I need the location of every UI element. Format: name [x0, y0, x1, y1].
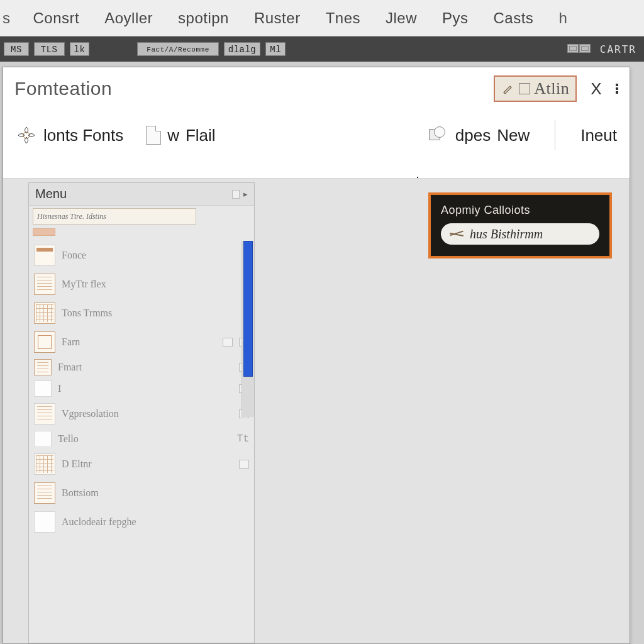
- list-item[interactable]: D Eltnr: [29, 450, 254, 479]
- menu-pys[interactable]: Pys: [436, 7, 475, 30]
- ribbon-fonts-label: lonts Fonts: [43, 126, 123, 145]
- template-thumb-icon: [34, 453, 55, 475]
- atlin-field[interactable]: Atlin: [494, 75, 577, 102]
- ribbon-group-shapes[interactable]: dpes New: [429, 126, 530, 145]
- list-item-label: Fmart: [58, 362, 233, 373]
- type-badge: Tt: [237, 433, 249, 445]
- callout-pill[interactable]: hus Bisthirmm: [441, 223, 599, 245]
- dialog-window: Fomteation Atlin X lonts Fonts: [3, 67, 630, 644]
- menu-panel-header: Menu ▸: [29, 183, 254, 206]
- ribbon-group-fonts[interactable]: lonts Fonts: [16, 125, 123, 146]
- toolbar-cart-button[interactable]: CARTR: [596, 43, 640, 55]
- template-thumb-icon: [34, 274, 55, 295]
- list-scrollbar[interactable]: [242, 241, 254, 417]
- menu-panel-title: Menu: [35, 187, 67, 201]
- list-item[interactable]: Bottsiom: [29, 479, 254, 508]
- list-item-label: Tello: [58, 433, 231, 445]
- template-thumb-icon: [34, 359, 52, 375]
- list-item-label: MyTtr flex: [62, 279, 249, 290]
- ribbon-ineut-label: Ineut: [580, 126, 617, 145]
- ribbon-flail-label: Flail: [186, 126, 216, 145]
- panel-arrow-icon[interactable]: ▸: [243, 189, 248, 199]
- list-item[interactable]: Auclodeair fepghe: [29, 508, 254, 536]
- ribbon-new-label: New: [497, 126, 530, 145]
- template-thumb-icon: [34, 431, 52, 447]
- callout-title: Aopmiy Calloiots: [441, 204, 599, 217]
- toolbar-dlg-button[interactable]: dlalg: [224, 42, 261, 56]
- list-item[interactable]: Tons Trmms: [29, 299, 254, 328]
- panel-search-input[interactable]: [33, 208, 196, 225]
- atlin-text: Atlin: [534, 79, 569, 98]
- dark-toolbar: MS TLS lk Fact/A/Recomme dlalg Ml CARTR: [0, 36, 644, 62]
- list-item[interactable]: Fmart: [29, 357, 254, 378]
- list-item[interactable]: Fonce: [29, 241, 254, 270]
- panel-search-row: [29, 206, 254, 227]
- template-thumb-icon: [34, 380, 52, 397]
- list-item[interactable]: I: [29, 378, 254, 399]
- workspace: Menu ▸ Fonce MyTtr: [3, 178, 630, 643]
- panel-header-controls[interactable]: ▸: [232, 189, 248, 199]
- ribbon-w-label: w: [167, 126, 179, 145]
- list-item-label: Farn: [62, 336, 216, 348]
- list-item-label: Tons Trmms: [62, 308, 249, 319]
- menu-tnes[interactable]: Tnes: [319, 7, 367, 30]
- list-item-label: Bottsiom: [62, 487, 249, 499]
- menu-consrt[interactable]: Consrt: [27, 7, 86, 30]
- options-icon[interactable]: [239, 460, 249, 469]
- dialog-title: Fomteation: [14, 78, 112, 99]
- menu-spotipn[interactable]: spotipn: [172, 7, 235, 30]
- ribbon-dpes-label: dpes: [455, 126, 491, 145]
- menu-casts[interactable]: Casts: [487, 7, 540, 30]
- ribbon-group-ineut[interactable]: Ineut: [580, 126, 617, 145]
- menubar-leading: s: [3, 7, 14, 30]
- list-item-label: Vgpresolation: [62, 408, 233, 419]
- template-thumb-icon: [34, 511, 55, 533]
- menu-jlew[interactable]: Jlew: [379, 7, 423, 30]
- more-icon[interactable]: [616, 84, 618, 94]
- panel-pin-icon[interactable]: [232, 190, 240, 199]
- page-icon: [146, 126, 161, 145]
- callout-card[interactable]: Aopmiy Calloiots hus Bisthirmm: [428, 192, 612, 258]
- ribbon-bar: lonts Fonts w Flail dpes New Ineut: [3, 110, 630, 160]
- ribbon-separator: [555, 120, 555, 150]
- template-thumb-icon: [34, 403, 55, 425]
- layout-icons[interactable]: [567, 44, 591, 55]
- template-thumb-icon: [34, 303, 55, 324]
- main-menubar: s Consrt Aoyller spotipn Ruster Tnes Jle…: [0, 0, 644, 36]
- signature-icon: [450, 229, 464, 239]
- list-item-label: Auclodeair fepghe: [62, 516, 249, 528]
- template-thumb-icon: [34, 482, 55, 504]
- toolbar-rec-button[interactable]: Fact/A/Recomme: [137, 42, 218, 56]
- menu-panel: Menu ▸ Fonce MyTtr: [28, 182, 255, 643]
- menu-aoyller[interactable]: Aoyller: [98, 7, 159, 30]
- toolbar-ml-button[interactable]: Ml: [265, 42, 286, 56]
- ribbon-group-flail[interactable]: w Flail: [146, 126, 215, 145]
- pen-icon: [501, 82, 515, 96]
- close-button[interactable]: X: [587, 77, 606, 101]
- list-item-label: Fonce: [62, 250, 249, 261]
- template-list: Fonce MyTtr flex Tons Trmms Farn: [29, 241, 254, 536]
- options-icon[interactable]: [223, 338, 233, 347]
- list-item[interactable]: Vgpresolation: [29, 399, 254, 428]
- toolbar-ms-button[interactable]: MS: [4, 42, 29, 56]
- shapes-icon: [429, 126, 449, 144]
- list-item-label: I: [58, 383, 233, 394]
- square-icon: [519, 83, 530, 94]
- callout-text: hus Bisthirmm: [470, 227, 543, 242]
- dialog-titlebar: Fomteation Atlin X: [3, 67, 630, 110]
- fonts-icon: [16, 125, 37, 146]
- scrollbar-thumb[interactable]: [243, 241, 253, 377]
- menu-ruster[interactable]: Ruster: [248, 7, 307, 30]
- menubar-trailing: h: [552, 7, 574, 30]
- toolbar-lk-button[interactable]: lk: [70, 42, 90, 56]
- list-item-label: D Eltnr: [62, 458, 233, 470]
- toolbar-tls-button[interactable]: TLS: [34, 42, 65, 56]
- list-item[interactable]: MyTtr flex: [29, 270, 254, 299]
- list-item[interactable]: Tello Tt: [29, 428, 254, 450]
- color-swatch[interactable]: [33, 228, 55, 236]
- template-thumb-icon: [34, 245, 55, 266]
- template-thumb-icon: [34, 331, 55, 353]
- list-item[interactable]: Farn: [29, 328, 254, 357]
